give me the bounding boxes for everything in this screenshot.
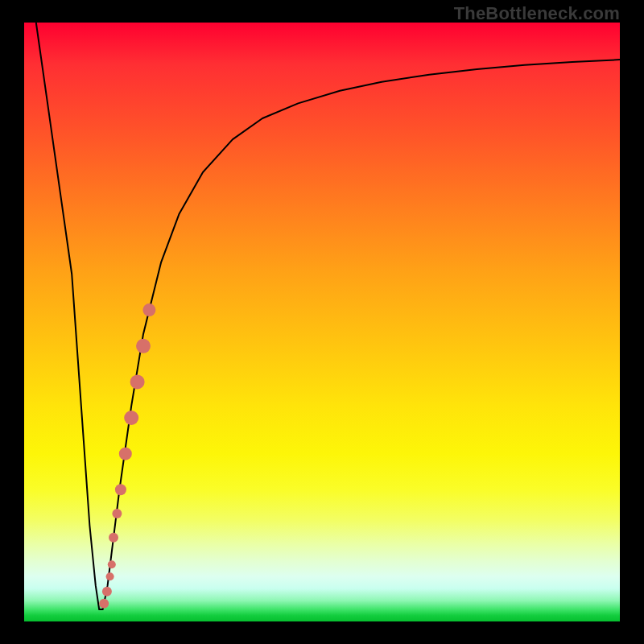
marker-dot: [130, 374, 145, 389]
marker-dots: [99, 303, 155, 609]
marker-dot: [109, 533, 118, 543]
chart-svg: [24, 23, 620, 621]
marker-dot: [112, 509, 122, 518]
marker-dot: [115, 484, 126, 495]
marker-dot: [102, 587, 112, 597]
marker-dot: [136, 339, 151, 353]
watermark-text: TheBottleneck.com: [454, 3, 620, 24]
plot-area: [24, 23, 620, 621]
marker-dot: [108, 560, 116, 568]
marker-dot: [119, 448, 132, 460]
marker-dot: [142, 303, 155, 316]
marker-dot: [106, 572, 114, 580]
bottleneck-curve: [36, 23, 620, 609]
chart-frame: TheBottleneck.com: [0, 0, 644, 644]
marker-dot: [99, 599, 109, 609]
marker-dot: [124, 411, 138, 425]
curve-line: [36, 23, 620, 609]
